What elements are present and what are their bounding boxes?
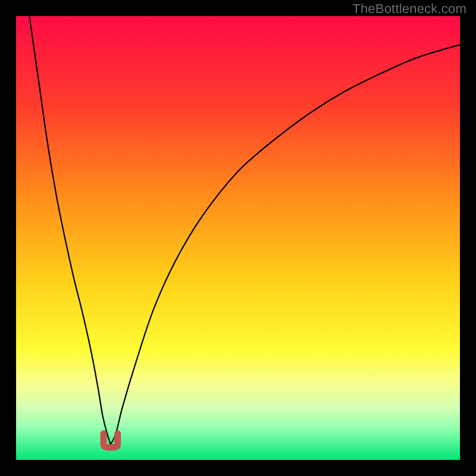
watermark-text: TheBottleneck.com xyxy=(352,1,466,17)
outer-frame: TheBottleneck.com xyxy=(0,0,476,476)
bottleneck-plot xyxy=(16,16,460,460)
gradient-background xyxy=(16,16,460,460)
